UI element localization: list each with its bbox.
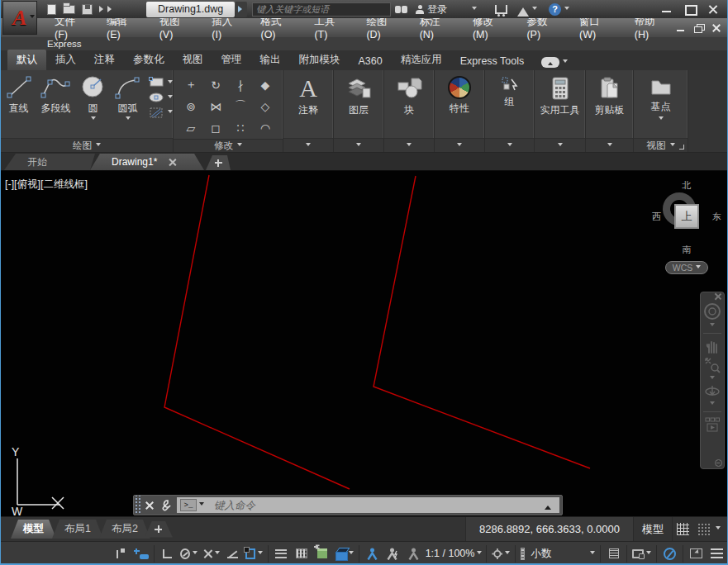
ribbon-tab-1[interactable]: 插入: [46, 50, 85, 70]
polar-dropdown-icon[interactable]: [193, 551, 197, 557]
ribbon-tab-4[interactable]: 视图: [174, 50, 212, 70]
sign-in-button[interactable]: 登录: [416, 2, 447, 17]
workspace-switch[interactable]: [333, 544, 357, 564]
block-button[interactable]: 块: [395, 73, 423, 117]
modify-tool-icon-10[interactable]: ∷: [228, 117, 253, 139]
object-snap-toggle[interactable]: [222, 544, 243, 564]
base-point-flyout-icon[interactable]: [659, 116, 664, 122]
modify-tool-icon-6[interactable]: ⌒: [228, 96, 253, 117]
annotation-scale-person[interactable]: [403, 544, 424, 564]
a360-icon[interactable]: [517, 2, 529, 17]
search-input[interactable]: [256, 4, 387, 14]
view-panel-title[interactable]: 视图: [634, 138, 688, 152]
ribbon-tab-5[interactable]: 管理: [212, 50, 251, 70]
rectangle-tool-button[interactable]: [149, 77, 173, 88]
snap-mode-toggle[interactable]: [110, 544, 131, 564]
wheel-flyout-icon[interactable]: [710, 323, 715, 329]
settings-dropdown-icon[interactable]: [505, 551, 510, 557]
command-dock-grip[interactable]: [134, 496, 140, 515]
selection-cycling-toggle[interactable]: [292, 544, 312, 564]
scale-dropdown-icon[interactable]: [477, 551, 482, 557]
autoscale-toggle[interactable]: [383, 544, 403, 564]
workspace-dropdown-icon[interactable]: [349, 551, 354, 557]
file-tab-drawing1[interactable]: Drawing1*: [90, 154, 204, 170]
command-history-dropdown-icon[interactable]: [199, 502, 204, 508]
ribbon-tab-0[interactable]: 默认: [7, 50, 46, 70]
block-panel-expand[interactable]: [384, 138, 434, 152]
layout-tab-1[interactable]: 布局1: [52, 520, 103, 539]
doc-restore-button[interactable]: [694, 24, 703, 32]
ribbon-minimize-icon[interactable]: [541, 57, 559, 68]
menu-item-2[interactable]: 视图(V): [149, 18, 202, 37]
signin-dropdown-icon[interactable]: [472, 7, 477, 12]
doc-close-button[interactable]: [711, 24, 721, 32]
utilities-panel-expand[interactable]: [535, 138, 585, 152]
search-binoculars-icon[interactable]: [395, 6, 407, 13]
maximize-button[interactable]: [684, 4, 696, 14]
clipboard-button[interactable]: 剪贴板: [595, 73, 625, 117]
menu-item-5[interactable]: 工具(T): [303, 18, 355, 37]
modify-tool-icon-2[interactable]: ∤: [228, 74, 253, 96]
ui-lock-button[interactable]: [630, 544, 654, 564]
viewcube[interactable]: 北 西 上 东 南 WCS: [650, 179, 723, 275]
menu-item-3[interactable]: 插入(I): [201, 18, 250, 37]
grid-dropdown-icon[interactable]: [716, 526, 721, 532]
ui-lock-dropdown-icon[interactable]: [646, 551, 651, 557]
osnap-tracking-dropdown-icon[interactable]: [215, 551, 220, 557]
groups-panel-expand[interactable]: [485, 138, 534, 152]
draw-panel-title[interactable]: 绘图: [1, 138, 173, 152]
quick-properties-toggle[interactable]: [603, 544, 624, 564]
ribbon-minimize-dropdown-icon[interactable]: [563, 59, 568, 65]
modify-tool-icon-1[interactable]: ↻: [203, 74, 228, 96]
title-expand-button[interactable]: [236, 2, 247, 17]
ribbon-minimize-control[interactable]: [541, 57, 568, 68]
base-point-button[interactable]: 基点: [649, 73, 673, 122]
store-cart-icon[interactable]: [495, 5, 507, 14]
menu-item-9[interactable]: 参数(P): [516, 18, 569, 37]
modify-tool-icon-7[interactable]: ◇: [253, 96, 278, 117]
layers-button[interactable]: 图层: [345, 73, 372, 117]
modify-panel-title[interactable]: 修改: [174, 139, 283, 152]
group-button[interactable]: 组: [501, 73, 519, 109]
help-icon[interactable]: ?: [549, 3, 561, 16]
wcs-dropdown[interactable]: WCS: [665, 261, 708, 274]
zoom-icon[interactable]: [704, 357, 721, 373]
show-motion-icon[interactable]: [704, 416, 721, 433]
annotation-panel-expand[interactable]: [283, 138, 333, 152]
annotation-scale-selector[interactable]: 1:1 / 100%: [424, 544, 483, 564]
viewcube-south-label[interactable]: 南: [650, 244, 723, 256]
doc-minimize-button[interactable]: [677, 24, 686, 32]
open-file-icon[interactable]: [63, 5, 75, 14]
coordinates-display[interactable]: 8286.8892, 666.3633, 0.0000: [465, 517, 633, 541]
line-tool-button[interactable]: 直线: [2, 73, 36, 116]
quick-access-more-icon[interactable]: [99, 6, 115, 12]
modify-tool-icon-5[interactable]: ⋈: [203, 96, 228, 117]
modify-tool-icon-8[interactable]: ▱: [178, 117, 203, 139]
circle-tool-button[interactable]: 圆: [76, 73, 111, 122]
hatch-flyout-icon[interactable]: [168, 110, 173, 116]
ribbon-tab-8[interactable]: A360: [350, 52, 392, 70]
menu-item-0[interactable]: 文件(F): [44, 18, 96, 37]
circle-flyout-icon[interactable]: [91, 116, 96, 122]
customization-menu-button[interactable]: [707, 544, 727, 564]
transparency-toggle[interactable]: [271, 544, 292, 564]
modify-tool-icon-0[interactable]: ＋: [178, 74, 203, 96]
annotate-button[interactable]: A 注释: [298, 73, 318, 117]
viewcube-east-label[interactable]: 东: [712, 211, 721, 223]
help-dropdown-icon[interactable]: [564, 7, 569, 12]
modify-tool-icon-4[interactable]: ⊚: [178, 96, 203, 117]
grid-display-icon[interactable]: [677, 523, 689, 535]
menu-item-4[interactable]: 格式(O): [250, 18, 303, 37]
ribbon-tab-9[interactable]: 精选应用: [392, 50, 451, 70]
command-input-area[interactable]: >_: [177, 497, 559, 513]
command-input[interactable]: [214, 500, 559, 511]
drawing-canvas[interactable]: [-][俯视][二维线框] Y W 北 西 上 东 南 WCS: [1, 171, 727, 516]
ortho-mode-toggle[interactable]: [157, 544, 178, 564]
arc-tool-button[interactable]: 圆弧: [111, 73, 145, 122]
viewcube-west-label[interactable]: 西: [652, 211, 661, 223]
layout-tab-0[interactable]: 模型: [11, 520, 56, 539]
view-panel-launcher-icon[interactable]: [679, 145, 684, 150]
command-line-dock[interactable]: >_: [133, 495, 563, 515]
clean-screen-button[interactable]: [686, 544, 707, 564]
ribbon-tab-10[interactable]: Express Tools: [451, 52, 534, 70]
